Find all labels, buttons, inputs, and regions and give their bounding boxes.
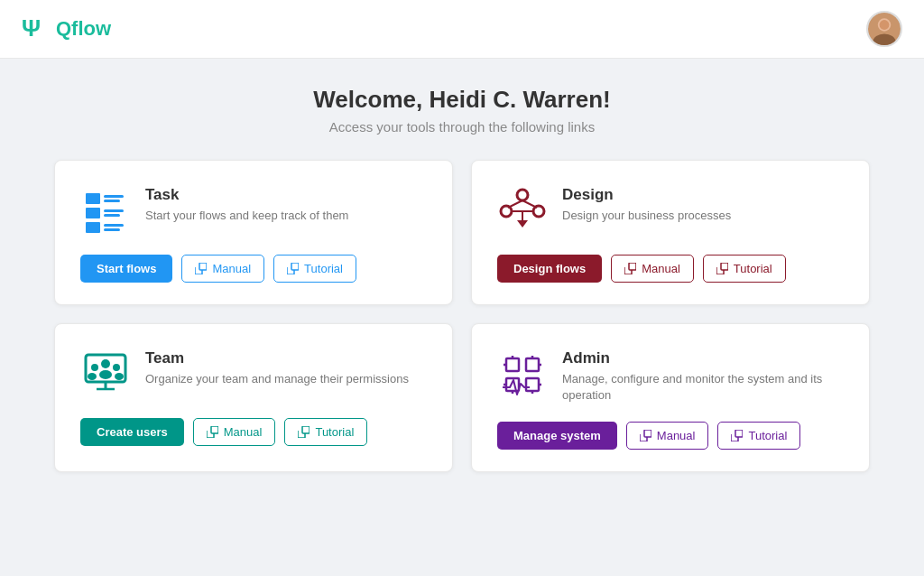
- svg-point-16: [517, 190, 528, 200]
- svg-point-30: [99, 370, 112, 379]
- svg-rect-9: [104, 209, 124, 212]
- svg-rect-36: [302, 426, 310, 433]
- main-content: Welcome, Heidi C. Warren! Access your to…: [0, 59, 924, 499]
- svg-line-21: [522, 200, 537, 208]
- team-card: Team Organize your team and manage their…: [54, 323, 453, 472]
- svg-rect-10: [104, 214, 120, 217]
- start-flows-button[interactable]: Start flows: [80, 255, 172, 283]
- external-link-icon: [287, 263, 299, 274]
- task-card-info: Task Start your flows and keep track of …: [145, 186, 348, 224]
- admin-card-actions: Manage system Manual Tutorial: [497, 422, 844, 450]
- design-tutorial-button[interactable]: Tutorial: [703, 255, 786, 283]
- svg-rect-38: [526, 358, 539, 371]
- admin-card-info: Admin Manage, configure and monitor the …: [562, 349, 844, 404]
- svg-point-31: [91, 364, 98, 371]
- svg-rect-14: [199, 263, 207, 270]
- team-tutorial-button[interactable]: Tutorial: [284, 418, 367, 446]
- page-title: Welcome, Heidi C. Warren!: [54, 86, 870, 114]
- external-link-icon: [207, 426, 218, 438]
- user-avatar[interactable]: [866, 11, 902, 47]
- svg-point-32: [88, 373, 97, 380]
- svg-point-29: [101, 359, 110, 368]
- logo-text: Qflow: [56, 17, 111, 41]
- svg-rect-50: [735, 430, 743, 437]
- manage-system-button[interactable]: Manage system: [497, 422, 617, 450]
- task-manual-button[interactable]: Manual: [181, 255, 264, 283]
- design-card: Design Design your business processes De…: [471, 160, 870, 305]
- svg-rect-25: [721, 263, 728, 270]
- design-manual-button[interactable]: Manual: [611, 255, 694, 283]
- admin-card-header: Admin Manage, configure and monitor the …: [497, 349, 844, 404]
- task-icon: [80, 186, 131, 237]
- admin-manual-button[interactable]: Manual: [626, 422, 709, 450]
- svg-rect-5: [86, 193, 100, 204]
- logo: Ψ Qflow: [22, 14, 111, 43]
- team-card-info: Team Organize your team and manage their…: [145, 349, 409, 387]
- svg-text:Ψ: Ψ: [22, 14, 41, 42]
- svg-marker-19: [517, 220, 528, 228]
- external-link-icon: [640, 430, 651, 441]
- svg-rect-13: [104, 228, 120, 231]
- svg-rect-24: [629, 263, 636, 270]
- task-card-header: Task Start your flows and keep track of …: [80, 186, 427, 237]
- app-header: Ψ Qflow: [0, 0, 924, 59]
- svg-rect-6: [104, 195, 124, 198]
- svg-point-33: [113, 364, 120, 371]
- svg-rect-12: [104, 224, 124, 227]
- logo-icon: Ψ: [22, 14, 51, 43]
- admin-tutorial-button[interactable]: Tutorial: [717, 422, 800, 450]
- svg-rect-15: [291, 263, 299, 270]
- svg-rect-49: [644, 430, 651, 437]
- team-card-actions: Create users Manual Tutorial: [80, 418, 427, 446]
- svg-rect-35: [211, 426, 218, 433]
- task-card-actions: Start flows Manual Tutorial: [80, 255, 427, 283]
- design-card-actions: Design flows Manual Tutorial: [497, 255, 844, 283]
- design-card-info: Design Design your business processes: [562, 186, 731, 224]
- admin-card: Admin Manage, configure and monitor the …: [471, 323, 870, 472]
- svg-rect-11: [86, 222, 100, 233]
- admin-icon: [497, 349, 548, 400]
- external-link-icon: [624, 263, 636, 274]
- create-users-button[interactable]: Create users: [80, 418, 184, 446]
- external-link-icon: [731, 430, 743, 441]
- cards-grid: Task Start your flows and keep track of …: [54, 160, 870, 472]
- design-flows-button[interactable]: Design flows: [497, 255, 602, 283]
- svg-rect-40: [526, 378, 539, 391]
- design-icon: [497, 186, 548, 237]
- svg-point-34: [115, 373, 124, 380]
- svg-rect-7: [104, 200, 120, 202]
- team-manual-button[interactable]: Manual: [193, 418, 276, 446]
- external-link-icon: [716, 263, 728, 274]
- design-card-header: Design Design your business processes: [497, 186, 844, 237]
- external-link-icon: [298, 426, 310, 438]
- svg-line-20: [508, 200, 522, 208]
- external-link-icon: [195, 263, 207, 274]
- page-subtitle: Access your tools through the following …: [54, 119, 870, 135]
- svg-rect-8: [86, 208, 100, 218]
- svg-point-4: [880, 20, 890, 30]
- task-tutorial-button[interactable]: Tutorial: [273, 255, 356, 283]
- task-card: Task Start your flows and keep track of …: [54, 160, 453, 305]
- svg-rect-37: [506, 358, 519, 371]
- team-card-header: Team Organize your team and manage their…: [80, 349, 427, 400]
- team-icon: [80, 349, 131, 400]
